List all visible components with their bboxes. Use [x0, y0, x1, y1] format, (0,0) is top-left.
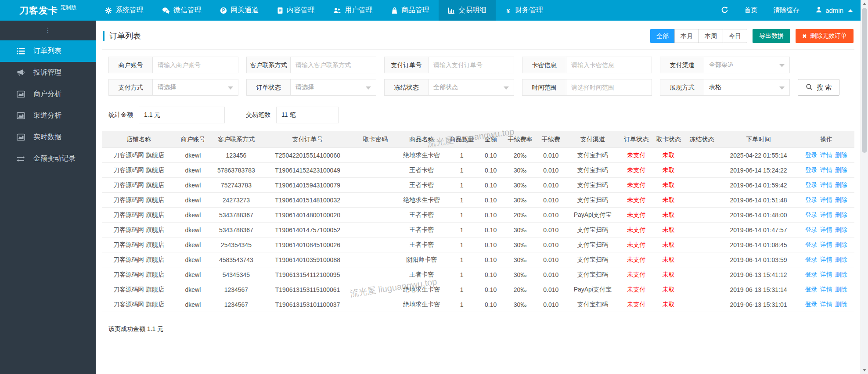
nav-item-finance[interactable]: ¥财务管理 — [496, 0, 552, 21]
action-details-link[interactable]: 详情 — [820, 166, 832, 173]
cell-time: 2019-06-14 01:48:00 — [719, 208, 798, 223]
nav-item-gateway[interactable]: P网关通道 — [211, 0, 268, 21]
action-details-link[interactable]: 详情 — [820, 241, 832, 248]
action-login-link[interactable]: 登录 — [805, 256, 818, 263]
table-row: 刀客源码网 旗舰店dkewl1234567T190613153115100061… — [102, 282, 854, 297]
filter-order-status-select[interactable]: 请选择 — [290, 79, 376, 96]
cell-channel: 支付宝扫码 — [565, 163, 619, 178]
action-login-link[interactable]: 登录 — [805, 301, 818, 308]
action-details-link[interactable]: 详情 — [820, 151, 832, 158]
filter-payment-channel-select[interactable]: 全部渠道 — [704, 57, 790, 73]
action-delete-link[interactable]: 删除 — [835, 151, 847, 158]
range-tab-today[interactable]: 今日 — [723, 29, 747, 43]
action-delete-link[interactable]: 删除 — [835, 256, 847, 263]
filter-card-info-input[interactable] — [566, 57, 652, 73]
filter-display-mode-value: 表格 — [709, 83, 721, 91]
action-delete-link[interactable]: 删除 — [835, 196, 847, 203]
cell-product: 王者卡密 — [397, 208, 446, 223]
nav-item-content[interactable]: 内容管理 — [268, 0, 324, 21]
cell-card-status: 未取 — [653, 208, 684, 223]
filter-payment-order-no-label: 支付订单号 — [384, 57, 428, 73]
cell-actions: 登录详情删除 — [798, 237, 854, 252]
vertical-scrollbar[interactable] — [861, 0, 868, 374]
filter-time-range: 时间范围 — [522, 79, 652, 96]
filter-payment-channel: 支付渠道全部渠道 — [660, 57, 790, 73]
filter-payment-method-select[interactable]: 请选择 — [152, 79, 238, 96]
sidebar-item-order-list[interactable]: 订单列表 — [0, 40, 96, 62]
action-login-link[interactable]: 登录 — [805, 271, 818, 278]
cell-qty: 1 — [446, 148, 478, 163]
nav-item-label: 商品管理 — [401, 6, 429, 15]
sidebar-item-merchant-analysis[interactable]: 商户分析 — [0, 83, 96, 105]
scrollbar-up-arrow-icon[interactable] — [863, 3, 866, 5]
range-tab-week[interactable]: 本周 — [699, 29, 723, 43]
filter-merchant-account-input[interactable] — [152, 57, 238, 73]
total-amount-label: 统计金额 — [108, 111, 133, 119]
nav-item-wechat[interactable]: 微信管理 — [153, 0, 211, 21]
action-login-link[interactable]: 登录 — [805, 151, 818, 158]
nav-item-system[interactable]: 系统管理 — [96, 0, 153, 21]
sidebar-item-realtime-data[interactable]: 实时数据 — [0, 126, 96, 148]
home-link[interactable]: 首页 — [736, 0, 765, 21]
sidebar-collapse-handle[interactable]: ⋮ — [0, 21, 96, 40]
range-tab-all[interactable]: 全部 — [650, 29, 675, 43]
sidebar-item-complaints[interactable]: 投诉管理 — [0, 62, 96, 83]
action-login-link[interactable]: 登录 — [805, 286, 818, 293]
search-button[interactable]: 搜 索 — [798, 79, 839, 96]
action-delete-link[interactable]: 删除 — [835, 241, 847, 248]
cell-card-status: 未取 — [653, 282, 684, 297]
action-delete-link[interactable]: 删除 — [835, 301, 847, 308]
action-details-link[interactable]: 详情 — [820, 196, 832, 203]
action-login-link[interactable]: 登录 — [805, 211, 818, 218]
scrollbar-down-arrow-icon[interactable] — [863, 369, 866, 371]
filter-display-mode-select[interactable]: 表格 — [704, 79, 790, 96]
refresh-button[interactable] — [713, 0, 736, 21]
action-delete-link[interactable]: 删除 — [835, 166, 847, 173]
nav-item-users[interactable]: 用户管理 — [324, 0, 382, 21]
filter-payment-method: 支付方式请选择 — [108, 79, 238, 96]
cell-shop: 刀客源码网 旗舰店 — [102, 163, 175, 178]
action-login-link[interactable]: 登录 — [805, 181, 818, 188]
cell-freeze-status — [684, 297, 719, 312]
action-login-link[interactable]: 登录 — [805, 196, 818, 203]
user-menu[interactable]: admin — [807, 0, 861, 21]
stats-row: 统计金额 1.1 元 交易笔数 11 笔 — [102, 101, 854, 124]
clear-cache-link[interactable]: 清除缓存 — [765, 0, 807, 21]
total-amount-value[interactable]: 1.1 元 — [139, 107, 225, 123]
cell-product: 绝地求生卡密 — [397, 282, 446, 297]
delete-invalid-orders-button[interactable]: ✖ 删除无效订单 — [796, 29, 854, 43]
action-details-link[interactable]: 详情 — [820, 286, 832, 293]
area-chart-icon — [16, 90, 25, 98]
action-login-link[interactable]: 登录 — [805, 166, 818, 173]
nav-item-goods[interactable]: 商品管理 — [382, 0, 439, 21]
cell-time: 2019-06-14 01:03:59 — [719, 252, 798, 267]
filter-freeze-status-select[interactable]: 全部状态 — [428, 79, 514, 96]
action-details-link[interactable]: 详情 — [820, 211, 832, 218]
action-delete-link[interactable]: 删除 — [835, 211, 847, 218]
action-delete-link[interactable]: 删除 — [835, 181, 847, 188]
action-details-link[interactable]: 详情 — [820, 256, 832, 263]
action-details-link[interactable]: 详情 — [820, 226, 832, 233]
transaction-count-value[interactable]: 11 笔 — [276, 107, 339, 123]
column-header: 店铺名称 — [102, 131, 175, 148]
page-success-amount: 该页成功金额 1.1 元 — [102, 312, 854, 333]
filter-time-range-input[interactable] — [566, 79, 652, 96]
action-details-link[interactable]: 详情 — [820, 271, 832, 278]
sidebar-item-channel-analysis[interactable]: 渠道分析 — [0, 105, 96, 126]
filter-customer-contact-input[interactable] — [290, 57, 376, 73]
action-delete-link[interactable]: 删除 — [835, 286, 847, 293]
filter-payment-order-no-input[interactable] — [428, 57, 514, 73]
action-details-link[interactable]: 详情 — [820, 181, 832, 188]
action-login-link[interactable]: 登录 — [805, 241, 818, 248]
action-delete-link[interactable]: 删除 — [835, 226, 847, 233]
chevron-down-icon — [779, 64, 785, 67]
export-data-button[interactable]: 导出数据 — [753, 29, 790, 43]
action-delete-link[interactable]: 删除 — [835, 271, 847, 278]
sidebar-item-amount-records[interactable]: 金额变动记录 — [0, 148, 96, 169]
nav-item-trade[interactable]: 交易明细 — [439, 0, 496, 21]
range-tab-month[interactable]: 本月 — [674, 29, 699, 43]
scrollbar-thumb[interactable] — [862, 8, 867, 153]
action-details-link[interactable]: 详情 — [820, 301, 832, 308]
action-login-link[interactable]: 登录 — [805, 226, 818, 233]
chevron-down-icon — [228, 86, 233, 90]
